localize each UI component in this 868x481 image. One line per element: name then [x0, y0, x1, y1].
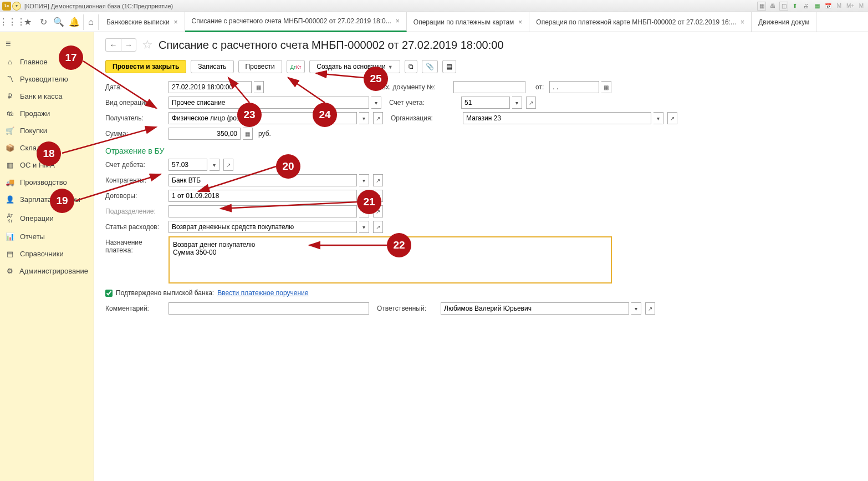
- enter-pp-link[interactable]: Ввести платежное поручение: [217, 289, 308, 297]
- home-icon[interactable]: ⌂: [83, 14, 99, 30]
- action-toolbar: Провести и закрыть Записать Провести ДтК…: [105, 60, 857, 73]
- indoc-input[interactable]: [453, 81, 525, 93]
- m-icon[interactable]: M: [835, 2, 844, 11]
- close-icon[interactable]: ×: [741, 18, 744, 26]
- account-label: Счет учета:: [389, 99, 456, 107]
- sum-input[interactable]: [169, 128, 241, 140]
- print-icon[interactable]: 🖶: [768, 2, 777, 11]
- sidebar-item-reports[interactable]: 📊Отчеты: [0, 228, 94, 245]
- tab-card-ops[interactable]: Операции по платежным картам×: [407, 12, 530, 32]
- dropdown-icon[interactable]: ▾: [653, 112, 663, 124]
- indoc-label: Вх. документу №:: [381, 83, 448, 91]
- apps-icon[interactable]: ⋮⋮⋮: [4, 14, 20, 30]
- ruble-icon: ₽: [6, 92, 14, 100]
- dropdown-icon[interactable]: ▾: [359, 221, 369, 233]
- truck-icon: 🚚: [6, 178, 14, 186]
- chart-icon: 〽: [6, 75, 14, 83]
- open-icon[interactable]: ↗: [373, 174, 383, 186]
- dropdown-icon[interactable]: ▾: [359, 174, 369, 186]
- dropdown-icon[interactable]: ▾: [210, 159, 219, 171]
- star-icon[interactable]: ★: [20, 14, 35, 30]
- forward-button[interactable]: →: [121, 38, 136, 52]
- open-icon[interactable]: ↗: [223, 159, 233, 171]
- sidebar-item-bank[interactable]: ₽Банк и касса: [0, 88, 94, 105]
- form: Дата: ▦ Вх. документу №: от: ▦ Вид опера…: [105, 81, 857, 315]
- title-dropdown-icon[interactable]: ▾: [12, 2, 21, 11]
- open-icon[interactable]: ↗: [526, 97, 536, 109]
- confirmed-checkbox[interactable]: [105, 290, 113, 297]
- dropdown-icon[interactable]: ▾: [371, 97, 381, 109]
- open-icon[interactable]: ↗: [373, 221, 383, 233]
- sidebar-item-catalogs[interactable]: ▤Справочники: [0, 245, 94, 262]
- calendar-icon[interactable]: 📅: [824, 2, 833, 11]
- comment-input[interactable]: [169, 302, 369, 315]
- dropdown-icon[interactable]: ▾: [512, 97, 522, 109]
- search-icon[interactable]: 🔍: [51, 14, 67, 30]
- bell-icon[interactable]: 🔔: [67, 14, 82, 30]
- tab-card-op-doc[interactable]: Операция по платежной карте МНБП-000002 …: [529, 12, 752, 32]
- calculator-icon[interactable]: ▦: [243, 128, 253, 140]
- export-icon[interactable]: ⬆: [790, 2, 799, 11]
- division-input[interactable]: [169, 205, 357, 217]
- resp-input[interactable]: [441, 302, 629, 315]
- list-button[interactable]: ▤: [442, 60, 456, 73]
- optype-label: Вид операции:: [105, 99, 166, 107]
- division-label: Подразделение:: [105, 207, 166, 215]
- tab-doc-moves[interactable]: Движения докум: [752, 12, 816, 32]
- sidebar-item-payroll[interactable]: 👤Зарплата и кадры: [0, 191, 94, 208]
- dtkt-button[interactable]: ДтКт: [287, 60, 305, 73]
- write-button[interactable]: Записать: [191, 60, 233, 73]
- sidebar-item-manager[interactable]: 〽Руководителю: [0, 70, 94, 88]
- annotation-25: 25: [364, 67, 388, 91]
- annotation-17: 17: [59, 45, 83, 70]
- date-input[interactable]: [169, 81, 252, 93]
- open-icon[interactable]: ↗: [667, 112, 677, 124]
- purpose-label: Назначение платежа:: [105, 236, 166, 254]
- account-input[interactable]: [461, 97, 510, 109]
- attach-button[interactable]: 📎: [422, 60, 438, 73]
- tab-bank-statements[interactable]: Банковские выписки×: [100, 12, 185, 32]
- open-icon[interactable]: ↗: [373, 112, 383, 124]
- org-input[interactable]: [463, 112, 651, 124]
- sidebar-item-operations[interactable]: ДтКтОперации: [0, 208, 94, 228]
- back-button[interactable]: ←: [105, 38, 121, 52]
- open-icon[interactable]: ↗: [645, 302, 655, 315]
- contract-input[interactable]: [169, 190, 357, 202]
- printer-icon[interactable]: 🖨: [801, 2, 810, 11]
- favorite-icon[interactable]: ☆: [142, 38, 153, 52]
- cart-icon: 🛒: [6, 126, 14, 135]
- currency-label: руб.: [258, 130, 271, 138]
- calendar-icon[interactable]: ▦: [254, 81, 264, 93]
- tabs: Банковские выписки× Списание с расчетног…: [100, 12, 816, 32]
- calendar-icon[interactable]: ▦: [601, 81, 611, 93]
- post-button[interactable]: Провести: [238, 60, 282, 73]
- from-date-input[interactable]: [549, 81, 599, 93]
- structure-button[interactable]: ⧉: [405, 60, 417, 73]
- close-icon[interactable]: ×: [174, 18, 178, 26]
- compare-icon[interactable]: ◫: [779, 2, 788, 11]
- close-icon[interactable]: ×: [518, 18, 522, 26]
- m-plus-icon[interactable]: M+: [846, 2, 855, 11]
- sidebar-item-production[interactable]: 🚚Производство: [0, 174, 94, 191]
- dropdown-icon[interactable]: ▾: [359, 112, 369, 124]
- contragent-input[interactable]: [169, 174, 357, 186]
- post-close-button[interactable]: Провести и закрыть: [105, 60, 186, 73]
- book-icon: ▤: [6, 250, 14, 258]
- sidebar-item-purchases[interactable]: 🛒Покупки: [0, 122, 94, 139]
- m-last-icon[interactable]: M: [857, 2, 866, 11]
- tab-writeoff[interactable]: Списание с расчетного счета МНБП-000002 …: [185, 12, 407, 32]
- dropdown-icon[interactable]: ▾: [631, 302, 641, 315]
- comment-label: Комментарий:: [105, 305, 166, 312]
- expense-input[interactable]: [169, 221, 357, 233]
- recipient-label: Получатель:: [105, 114, 166, 122]
- window-title: [КОПИЯ] Демонстрационная база (1С:Предпр…: [24, 3, 757, 9]
- sidebar-item-admin[interactable]: ⚙Администрирование: [0, 262, 94, 280]
- debit-input[interactable]: [169, 159, 207, 171]
- create-based-button[interactable]: Создать на основании▼: [309, 60, 400, 73]
- close-icon[interactable]: ×: [396, 17, 400, 25]
- optype-input[interactable]: [169, 97, 369, 109]
- grid-icon[interactable]: ▦: [813, 2, 821, 11]
- sidebar-item-sales[interactable]: 🛍Продажи: [0, 105, 94, 122]
- history-icon[interactable]: ↻: [35, 14, 51, 30]
- print-preview-icon[interactable]: ▦: [757, 2, 766, 11]
